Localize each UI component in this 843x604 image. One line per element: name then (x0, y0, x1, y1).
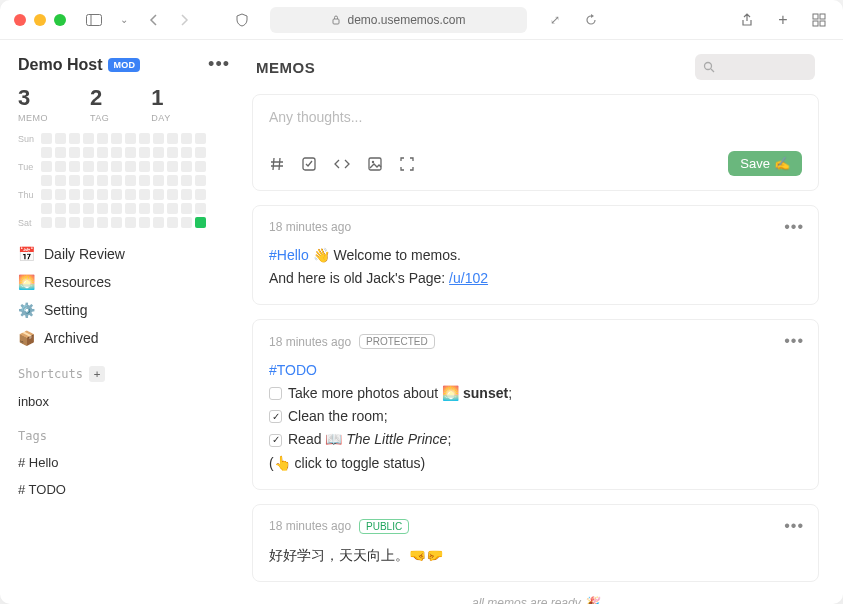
heatmap-cell[interactable] (55, 203, 66, 214)
heatmap-cell[interactable] (125, 203, 136, 214)
heatmap-cell[interactable] (139, 147, 150, 158)
hashtag-link[interactable]: #Hello (269, 247, 309, 263)
fullscreen-icon[interactable] (399, 156, 415, 172)
heatmap-cell[interactable] (139, 161, 150, 172)
heatmap-cell[interactable] (111, 203, 122, 214)
add-shortcut-button[interactable]: + (89, 366, 105, 382)
heatmap-cell[interactable] (41, 175, 52, 186)
memo-more-icon[interactable]: ••• (784, 517, 804, 535)
heatmap-cell[interactable] (41, 217, 52, 228)
heatmap-cell[interactable] (181, 133, 192, 144)
image-icon[interactable] (367, 156, 383, 172)
nav-item-setting[interactable]: ⚙️Setting (18, 302, 230, 318)
heatmap-cell[interactable] (69, 161, 80, 172)
search-input[interactable] (695, 54, 815, 80)
heatmap-cell[interactable] (55, 133, 66, 144)
tag-item[interactable]: # Hello (18, 455, 230, 470)
heatmap-cell[interactable] (111, 147, 122, 158)
heatmap-cell[interactable] (83, 203, 94, 214)
heatmap-cell[interactable] (167, 217, 178, 228)
heatmap-cell[interactable] (97, 147, 108, 158)
save-button[interactable]: Save ✍️ (728, 151, 802, 176)
heatmap-cell[interactable] (167, 175, 178, 186)
host-name[interactable]: Demo Host (18, 56, 102, 74)
checkbox-icon[interactable] (269, 387, 282, 400)
heatmap-cell[interactable] (111, 175, 122, 186)
todo-item[interactable]: Read 📖 The Little Prince; (269, 428, 802, 451)
heatmap-cell[interactable] (41, 133, 52, 144)
heatmap-cell[interactable] (125, 217, 136, 228)
nav-item-resources[interactable]: 🌅Resources (18, 274, 230, 290)
heatmap-cell[interactable] (125, 175, 136, 186)
heatmap-cell[interactable] (195, 161, 206, 172)
heatmap-cell[interactable] (181, 161, 192, 172)
hashtag-link[interactable]: #TODO (269, 362, 317, 378)
heatmap-cell[interactable] (125, 133, 136, 144)
reader-icon[interactable]: ⤢ (545, 10, 565, 30)
heatmap-cell[interactable] (83, 217, 94, 228)
heatmap-cell[interactable] (139, 133, 150, 144)
heatmap-cell[interactable] (181, 203, 192, 214)
heatmap-cell[interactable] (153, 133, 164, 144)
heatmap-cell[interactable] (41, 147, 52, 158)
nav-item-archived[interactable]: 📦Archived (18, 330, 230, 346)
heatmap-cell[interactable] (55, 147, 66, 158)
heatmap-cell[interactable] (97, 217, 108, 228)
checkbox-icon[interactable] (301, 156, 317, 172)
heatmap-cell[interactable] (139, 189, 150, 200)
heatmap-cell[interactable] (55, 189, 66, 200)
heatmap-cell[interactable] (69, 189, 80, 200)
heatmap-cell[interactable] (125, 147, 136, 158)
heatmap-cell[interactable] (55, 175, 66, 186)
nav-item-daily-review[interactable]: 📅Daily Review (18, 246, 230, 262)
heatmap-cell[interactable] (83, 133, 94, 144)
heatmap-cell[interactable] (167, 161, 178, 172)
heatmap-cell[interactable] (167, 147, 178, 158)
heatmap-cell[interactable] (181, 147, 192, 158)
heatmap-cell[interactable] (83, 147, 94, 158)
heatmap-cell[interactable] (69, 217, 80, 228)
heatmap-cell[interactable] (111, 133, 122, 144)
heatmap-cell[interactable] (181, 189, 192, 200)
heatmap-cell[interactable] (41, 203, 52, 214)
heatmap-cell[interactable] (69, 203, 80, 214)
heatmap-cell[interactable] (97, 161, 108, 172)
heatmap-cell[interactable] (69, 133, 80, 144)
heatmap-cell[interactable] (125, 189, 136, 200)
share-icon[interactable] (737, 10, 757, 30)
minimize-window-button[interactable] (34, 14, 46, 26)
heatmap-cell[interactable] (83, 175, 94, 186)
heatmap-cell[interactable] (83, 161, 94, 172)
heatmap-cell[interactable] (125, 161, 136, 172)
heatmap-cell[interactable] (111, 161, 122, 172)
chevron-down-icon[interactable]: ⌄ (114, 10, 134, 30)
tabs-overview-icon[interactable] (809, 10, 829, 30)
heatmap-cell[interactable] (153, 175, 164, 186)
heatmap-cell[interactable] (181, 175, 192, 186)
sidebar-more-icon[interactable]: ••• (208, 54, 230, 75)
heatmap-cell[interactable] (139, 203, 150, 214)
heatmap-cell[interactable] (97, 175, 108, 186)
memo-textarea[interactable] (269, 109, 802, 133)
user-link[interactable]: /u/102 (449, 270, 488, 286)
memo-more-icon[interactable]: ••• (784, 218, 804, 236)
code-icon[interactable] (333, 156, 351, 172)
heatmap-cell[interactable] (153, 161, 164, 172)
heatmap-cell[interactable] (167, 189, 178, 200)
shield-icon[interactable] (232, 10, 252, 30)
shortcut-item[interactable]: inbox (18, 394, 230, 409)
heatmap-cell[interactable] (195, 175, 206, 186)
heatmap-cell[interactable] (139, 175, 150, 186)
reload-icon[interactable] (581, 10, 601, 30)
forward-button[interactable] (174, 10, 194, 30)
heatmap-cell[interactable] (111, 217, 122, 228)
memo-more-icon[interactable]: ••• (784, 332, 804, 350)
heatmap-cell[interactable] (97, 203, 108, 214)
heatmap-cell[interactable] (139, 217, 150, 228)
heatmap-cell[interactable] (83, 189, 94, 200)
checkbox-icon[interactable] (269, 434, 282, 447)
new-tab-icon[interactable]: + (773, 10, 793, 30)
hash-icon[interactable] (269, 156, 285, 172)
heatmap-cell[interactable] (69, 175, 80, 186)
heatmap-cell[interactable] (153, 147, 164, 158)
